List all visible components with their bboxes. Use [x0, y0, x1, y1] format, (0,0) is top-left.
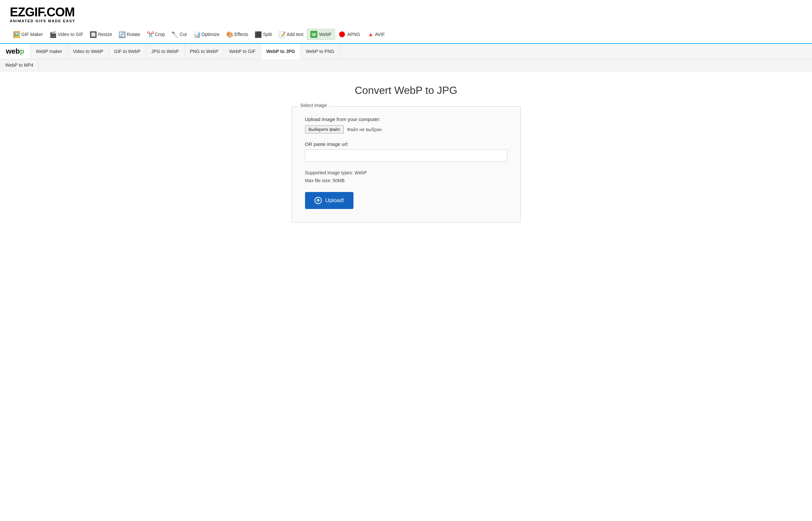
nav-apng[interactable]: APNG: [335, 29, 364, 40]
nav-avif[interactable]: 🔺 AVIF: [364, 29, 388, 39]
webp-logo-text: web: [6, 47, 20, 55]
sub-tab-png-to-webp-label: PNG to WebP: [190, 49, 219, 54]
sub-tab-gif-to-webp[interactable]: GIF to WebP: [109, 44, 146, 59]
sub-tab-webp-to-jpg[interactable]: WebP to JPG: [261, 44, 301, 59]
effects-icon: 🎨: [226, 31, 233, 38]
upload-button[interactable]: Upload!: [305, 192, 354, 209]
sub-tab-gif-to-webp-label: GIF to WebP: [114, 49, 141, 54]
gif-maker-icon: 🖼️: [13, 31, 20, 38]
sub-nav-bar: webp WebP maker Video to WebP GIF to Web…: [0, 43, 812, 59]
max-file-size: Max file size: 50MB: [305, 178, 345, 183]
nav-apng-label: APNG: [347, 32, 360, 37]
choose-file-button[interactable]: Выберите файл: [305, 125, 344, 133]
nav-avif-label: AVIF: [375, 32, 385, 37]
webp-icon: W: [310, 31, 317, 38]
logo-sub: ANIMATED GIFS MADE EASY: [10, 19, 802, 23]
nav-rotate-label: Rotate: [127, 32, 140, 37]
sub-tab-webp-to-gif-label: WebP to GIF: [229, 49, 255, 54]
apng-icon: [338, 31, 346, 38]
nav-effects-label: Effects: [234, 32, 248, 37]
resize-icon: 🔲: [90, 31, 96, 38]
nav-cut-label: Cut: [180, 32, 187, 37]
nav-crop[interactable]: ✂️ Crop: [144, 29, 168, 39]
nav-resize-label: Resize: [98, 32, 112, 37]
sub-tab-webp-to-png[interactable]: WebP to PNG: [301, 44, 340, 59]
page-title: Convert WebP to JPG: [355, 84, 458, 96]
sub-tab-webp-to-mp4-label: WebP to MP4: [5, 63, 34, 68]
nav-video-to-gif[interactable]: 🎬 Video to GIF: [46, 29, 86, 39]
no-file-text: Файл не выбран: [347, 127, 382, 132]
nav-optimize[interactable]: 📊 Optimize: [190, 29, 223, 39]
nav-resize[interactable]: 🔲 Resize: [86, 29, 115, 39]
supported-types: Supported image types: WebP: [305, 170, 367, 175]
sub-tab-webp-to-mp4[interactable]: WebP to MP4: [0, 59, 39, 71]
nav-webp[interactable]: W WebP: [307, 29, 335, 40]
top-nav: 🖼️ GIF Maker 🎬 Video to GIF 🔲 Resize 🔄 R…: [0, 26, 812, 40]
optimize-icon: 📊: [193, 31, 200, 38]
upload-icon: [314, 197, 322, 204]
sub-tab-video-to-webp[interactable]: Video to WebP: [68, 44, 109, 59]
upload-btn-label: Upload!: [325, 197, 345, 204]
rotate-icon: 🔄: [118, 31, 125, 38]
sub-tab-webp-to-jpg-label: WebP to JPG: [266, 49, 295, 54]
or-paste-label: OR paste image url:: [305, 141, 507, 147]
url-input[interactable]: [305, 150, 507, 162]
nav-webp-label: WebP: [319, 32, 332, 37]
header: EZGIF.COM ANIMATED GIFS MADE EASY: [0, 0, 812, 26]
card-legend: Select image: [299, 103, 329, 108]
main-content: Convert WebP to JPG Select image Upload …: [0, 71, 812, 235]
nav-effects[interactable]: 🎨 Effects: [223, 29, 252, 39]
webp-logo-p: p: [20, 47, 24, 55]
add-text-icon: 📝: [279, 31, 285, 38]
sub-tab-webp-maker-label: WebP maker: [36, 49, 62, 54]
nav-split[interactable]: ⬛ Split: [251, 29, 275, 39]
sub-tab-jpg-to-webp[interactable]: JPG to WebP: [146, 44, 184, 59]
upload-label: Upload image from your computer:: [305, 116, 507, 122]
nav-rotate[interactable]: 🔄 Rotate: [115, 29, 144, 39]
split-icon: ⬛: [255, 31, 261, 38]
nav-crop-label: Crop: [155, 32, 165, 37]
sub-tab-video-to-webp-label: Video to WebP: [73, 49, 104, 54]
logo-main: EZGIF.COM: [10, 5, 74, 19]
webp-logo: webp: [0, 44, 30, 59]
sub-tab-webp-maker[interactable]: WebP maker: [30, 44, 67, 59]
nav-add-text[interactable]: 📝 Add text: [275, 29, 307, 39]
nav-split-label: Split: [263, 32, 272, 37]
logo-text: EZGIF.COM: [10, 6, 802, 18]
sub-tab-png-to-webp[interactable]: PNG to WebP: [184, 44, 224, 59]
sub-nav-row2: WebP to MP4: [0, 59, 812, 71]
logo: EZGIF.COM ANIMATED GIFS MADE EASY: [10, 6, 802, 23]
nav-cut[interactable]: 🔪 Cut: [168, 29, 190, 39]
avif-icon: 🔺: [367, 31, 373, 38]
nav-gif-maker-label: GIF Maker: [21, 32, 43, 37]
nav-add-text-label: Add text: [287, 32, 303, 37]
upload-card: Select image Upload image from your comp…: [292, 106, 521, 222]
nav-gif-maker[interactable]: 🖼️ GIF Maker: [10, 29, 46, 39]
sub-tab-jpg-to-webp-label: JPG to WebP: [151, 49, 179, 54]
supported-info: Supported image types: WebP Max file siz…: [305, 169, 507, 185]
video-to-gif-icon: 🎬: [49, 31, 56, 38]
nav-video-to-gif-label: Video to GIF: [58, 32, 83, 37]
crop-icon: ✂️: [147, 31, 153, 38]
sub-tab-webp-to-png-label: WebP to PNG: [306, 49, 334, 54]
sub-tab-webp-to-gif[interactable]: WebP to GIF: [224, 44, 261, 59]
nav-optimize-label: Optimize: [202, 32, 220, 37]
file-input-row: Выберите файл Файл не выбран: [305, 125, 507, 133]
cut-icon: 🔪: [172, 31, 178, 38]
